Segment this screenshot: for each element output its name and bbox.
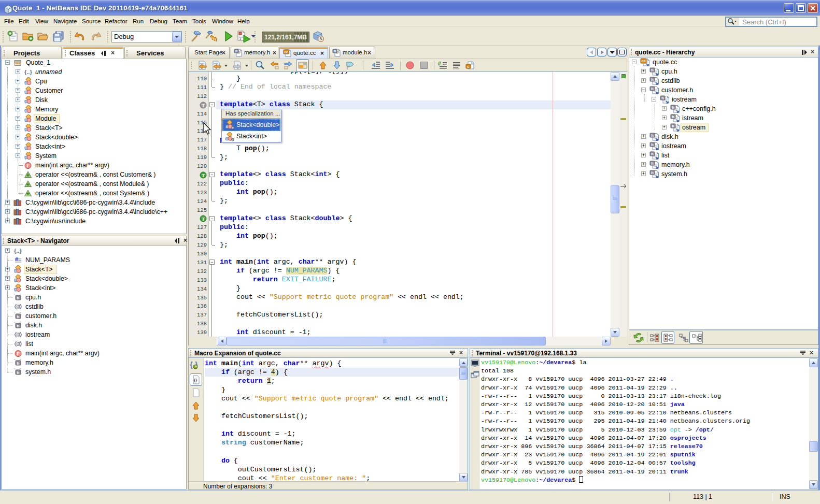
svg-text:cc: cc [284, 50, 288, 54]
svg-text:h: h [17, 305, 19, 308]
svg-text:h: h [651, 152, 654, 156]
svg-text:{..}: {..} [24, 69, 32, 75]
svg-text:h: h [651, 161, 654, 166]
svg-text:{..}: {..} [14, 248, 22, 254]
svg-text:cc: cc [642, 59, 646, 63]
svg-text:h: h [17, 314, 20, 319]
svg-text://: // [438, 61, 442, 66]
svg-text:h: h [651, 142, 654, 147]
svg-text:h: h [651, 68, 654, 73]
svg-text:h: h [471, 62, 473, 65]
svg-text:h: h [651, 77, 654, 82]
svg-text:#: # [15, 256, 18, 262]
svg-text:h: h [672, 114, 674, 119]
svg-text:h: h [651, 87, 654, 91]
svg-text:h: h [17, 342, 19, 345]
svg-text:h: h [17, 370, 20, 375]
svg-text:c: c [468, 65, 470, 68]
svg-text:h: h [17, 361, 20, 366]
svg-text:h: h [235, 49, 237, 53]
svg-text:h: h [17, 324, 20, 328]
svg-text:h: h [661, 96, 664, 100]
svg-text:T: T [232, 127, 234, 129]
svg-text:h: h [651, 170, 654, 175]
svg-text:h: h [672, 105, 674, 110]
svg-text:F: F [17, 351, 20, 356]
svg-text:h: h [651, 133, 654, 138]
svg-text:h: h [17, 333, 19, 336]
svg-text:h: h [17, 296, 20, 300]
svg-text:{}: {} [194, 378, 197, 382]
svg-text:T: T [202, 103, 205, 108]
svg-text:T: T [202, 217, 205, 222]
svg-text:h: h [334, 49, 336, 53]
svg-text:F: F [26, 163, 30, 168]
svg-text:h: h [672, 124, 674, 128]
svg-text:T: T [232, 139, 234, 141]
svg-text:T: T [202, 172, 205, 178]
